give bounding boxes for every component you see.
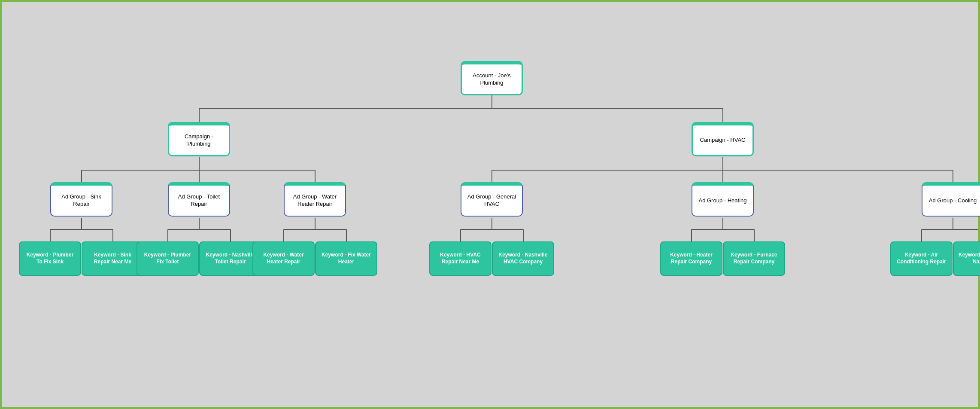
kw-water-heater-repair-node: Keyword - Water Heater Repair [252, 241, 315, 276]
kw-plumber-fix-sink-label: Keyword - Plumber To Fix Sink [23, 252, 77, 265]
account-label: Account - Joe's Plumbing [465, 72, 518, 87]
canvas: Account - Joe's Plumbing Campaign - Plum… [0, 0, 980, 409]
adgroup-toilet-node: Ad Group - Toilet Repair [168, 182, 230, 217]
campaign-plumbing-node: Campaign - Plumbing [168, 122, 230, 156]
kw-water-heater-repair-label: Keyword - Water Heater Repair [257, 252, 310, 265]
kw-heater-repair-company-node: Keyword - Heater Repair Company [660, 241, 722, 276]
kw-plumber-fix-toilet-label: Keyword - Plumber Fix Toilet [141, 252, 194, 265]
adgroup-sink-label: Ad Group - Sink Repair [55, 193, 108, 208]
kw-sink-repair-near-me-node: Keyword - Sink Repair Near Me [82, 241, 144, 276]
adgroup-cooling-label: Ad Group - Cooling [929, 197, 977, 204]
adgroup-toilet-label: Ad Group - Toilet Repair [172, 193, 226, 208]
kw-air-conditioning-repair-label: Keyword - Air Conditioning Repair [895, 252, 948, 265]
kw-nashville-hvac-company-node: Keyword - Nashville HVAC Company [492, 241, 554, 276]
adgroup-general-hvac-node: Ad Group - General HVAC [461, 182, 523, 217]
kw-plumber-fix-toilet-node: Keyword - Plumber Fix Toilet [137, 241, 199, 276]
kw-hvac-repair-near-me-label: Keyword - HVAC Repair Near Me [434, 252, 487, 265]
kw-hvac-repair-near-me-node: Keyword - HVAC Repair Near Me [429, 241, 492, 276]
adgroup-sink-node: Ad Group - Sink Repair [50, 182, 112, 217]
kw-ac-repair-nashville-node: Keyword - AC Repair Nashville [953, 241, 980, 276]
adgroup-water-heater-node: Ad Group - Water Heater Repair [284, 182, 346, 217]
kw-fix-water-heater-label: Keyword - Fix Water Heater [319, 252, 373, 265]
kw-furnace-repair-company-node: Keyword - Furnace Repair Company [723, 241, 785, 276]
adgroup-general-hvac-label: Ad Group - General HVAC [465, 193, 519, 208]
account-node: Account - Joe's Plumbing [461, 61, 523, 95]
kw-ac-repair-nashville-label: Keyword - AC Repair Nashville [957, 252, 980, 265]
kw-furnace-repair-company-label: Keyword - Furnace Repair Company [727, 252, 781, 265]
kw-nashville-hvac-company-label: Keyword - Nashville HVAC Company [496, 252, 550, 265]
kw-heater-repair-company-label: Keyword - Heater Repair Company [664, 252, 718, 265]
kw-plumber-fix-sink-node: Keyword - Plumber To Fix Sink [19, 241, 81, 276]
adgroup-heating-node: Ad Group - Heating [692, 182, 754, 217]
campaign-hvac-label: Campaign - HVAC [700, 137, 746, 144]
adgroup-water-heater-label: Ad Group - Water Heater Repair [288, 193, 342, 208]
kw-nashville-toilet-repair-label: Keyword - Nashville Toilet Repair [203, 252, 257, 265]
adgroup-heating-label: Ad Group - Heating [698, 197, 746, 204]
kw-air-conditioning-repair-node: Keyword - Air Conditioning Repair [890, 241, 953, 276]
kw-fix-water-heater-node: Keyword - Fix Water Heater [315, 241, 377, 276]
kw-sink-repair-near-me-label: Keyword - Sink Repair Near Me [86, 252, 140, 265]
adgroup-cooling-node: Ad Group - Cooling [922, 182, 980, 217]
campaign-plumbing-label: Campaign - Plumbing [173, 133, 225, 148]
campaign-hvac-node: Campaign - HVAC [692, 122, 754, 156]
